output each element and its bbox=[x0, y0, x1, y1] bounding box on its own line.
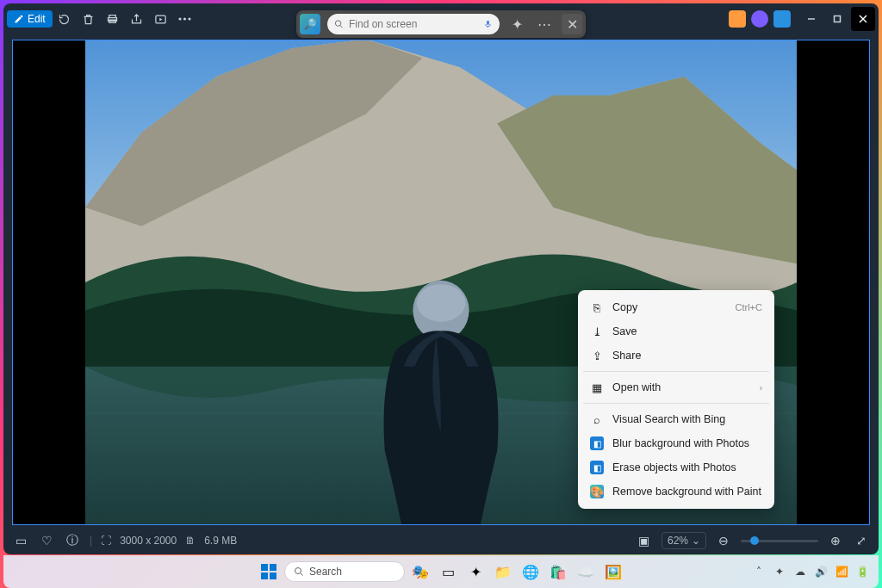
save-icon: ⤓ bbox=[590, 325, 604, 338]
taskbar-app-weather[interactable]: ☁️ bbox=[574, 560, 598, 584]
util-app-2[interactable] bbox=[751, 10, 768, 28]
tray-onedrive-icon[interactable]: ☁ bbox=[792, 564, 808, 579]
zoom-dropdown[interactable]: 62% ⌄ bbox=[662, 532, 706, 549]
ctx-copy[interactable]: ⎘ Copy Ctrl+C bbox=[583, 295, 769, 319]
favorite-button[interactable]: ♡ bbox=[38, 529, 55, 553]
ctx-share-label: Share bbox=[612, 350, 641, 362]
rotate-icon bbox=[58, 13, 71, 26]
close-icon bbox=[859, 15, 867, 23]
ctx-copy-label: Copy bbox=[612, 301, 637, 313]
ctx-separator bbox=[583, 403, 769, 404]
status-filesize: 6.9 MB bbox=[204, 535, 237, 547]
ctx-removebg-label: Remove background with Paint bbox=[612, 486, 761, 498]
tray-chevron[interactable]: ˄ bbox=[751, 564, 767, 579]
maximize-button[interactable] bbox=[825, 7, 849, 31]
svg-rect-17 bbox=[261, 573, 268, 579]
share-icon: ⇪ bbox=[590, 349, 604, 362]
taskbar-app-taskview[interactable]: ▭ bbox=[436, 560, 460, 584]
windows-taskbar: Search 🎭 ▭ ✦ 📁 🌐 🛍️ ☁️ 🖼️ ˄ ✦ ☁ 🔊 📶 🔋 bbox=[3, 555, 879, 588]
ctx-separator bbox=[583, 371, 769, 372]
search-more-icon[interactable]: ⋯ bbox=[534, 14, 555, 34]
search-close-button[interactable]: ✕ bbox=[562, 14, 582, 34]
tray-wifi-icon[interactable]: 📶 bbox=[834, 564, 849, 579]
ctx-visualsearch-label: Visual Search with Bing bbox=[612, 413, 725, 425]
svg-rect-18 bbox=[270, 573, 276, 579]
util-app-3[interactable] bbox=[773, 10, 791, 28]
zoom-slider[interactable] bbox=[741, 540, 818, 542]
slider-thumb[interactable] bbox=[750, 536, 759, 545]
share-icon bbox=[130, 13, 143, 26]
fit-button[interactable]: ▣ bbox=[636, 529, 653, 553]
print-button[interactable] bbox=[101, 7, 125, 31]
ctx-visual-search[interactable]: ⌕ Visual Search with Bing bbox=[583, 407, 769, 431]
search-app-icon: 🔎 bbox=[300, 14, 320, 34]
chevron-right-icon: › bbox=[760, 383, 762, 393]
zoom-value: 62% bbox=[668, 535, 688, 547]
ctx-save-label: Save bbox=[612, 325, 637, 337]
tray-battery-icon[interactable]: 🔋 bbox=[854, 564, 870, 579]
ctx-open-with[interactable]: ▦ Open with › bbox=[583, 375, 769, 399]
taskbar-search[interactable]: Search bbox=[284, 561, 405, 582]
ctx-erase[interactable]: ◧ Erase objects with Photos bbox=[583, 455, 769, 480]
delete-button[interactable] bbox=[77, 7, 101, 31]
svg-rect-15 bbox=[261, 564, 268, 571]
ctx-remove-bg[interactable]: 🎨 Remove background with Paint bbox=[583, 480, 769, 504]
slideshow-button[interactable] bbox=[149, 7, 173, 31]
resolution-icon: ⛶ bbox=[101, 535, 111, 547]
canvas-wrap: ⎘ Copy Ctrl+C ⤓ Save ⇪ Share ▦ Open with… bbox=[3, 34, 879, 527]
copy-icon: ⎘ bbox=[590, 300, 604, 314]
mic-icon[interactable] bbox=[483, 19, 493, 29]
windows-icon bbox=[261, 564, 276, 579]
taskbar-app-explorer[interactable]: 📁 bbox=[491, 560, 515, 584]
search-icon bbox=[294, 566, 304, 577]
status-bar: ▭ ♡ ⓘ | ⛶ 3000 x 2000 🗎 6.9 MB ▣ 62% ⌄ ⊖… bbox=[3, 527, 879, 554]
taskbar-app-store[interactable]: 🛍️ bbox=[546, 560, 570, 584]
image-canvas[interactable]: ⎘ Copy Ctrl+C ⤓ Save ⇪ Share ▦ Open with… bbox=[12, 40, 870, 525]
close-button[interactable] bbox=[851, 7, 875, 31]
ctx-share[interactable]: ⇪ Share bbox=[583, 344, 769, 368]
more-button[interactable] bbox=[173, 7, 197, 31]
window-controls bbox=[799, 7, 875, 31]
tray-volume-icon[interactable]: 🔊 bbox=[813, 564, 829, 579]
photos-icon: ◧ bbox=[590, 436, 604, 450]
svg-line-9 bbox=[340, 25, 343, 28]
print-icon bbox=[106, 13, 119, 26]
copilot-icon[interactable]: ✦ bbox=[506, 14, 527, 34]
taskbar-app-edge[interactable]: 🌐 bbox=[519, 560, 543, 584]
fullscreen-button[interactable]: ⤢ bbox=[853, 529, 870, 553]
zoom-out-button[interactable]: ⊖ bbox=[715, 529, 732, 553]
taskbar-search-label: Search bbox=[309, 566, 342, 578]
search-input-wrap[interactable] bbox=[327, 14, 500, 34]
ctx-save[interactable]: ⤓ Save bbox=[583, 319, 769, 344]
taskbar-app-copilot[interactable]: ✦ bbox=[463, 560, 488, 584]
openwith-icon: ▦ bbox=[590, 381, 604, 394]
taskbar-app-news[interactable]: 🎭 bbox=[408, 560, 432, 584]
paint-icon: 🎨 bbox=[590, 485, 604, 498]
edit-label: Edit bbox=[28, 13, 46, 25]
ctx-blur[interactable]: ◧ Blur background with Photos bbox=[583, 431, 769, 455]
filmstrip-button[interactable]: ▭ bbox=[12, 529, 29, 553]
taskbar-app-photos[interactable]: 🖼️ bbox=[601, 560, 625, 584]
util-app-1[interactable] bbox=[729, 10, 746, 28]
svg-point-8 bbox=[335, 21, 340, 26]
rotate-button[interactable] bbox=[53, 7, 77, 31]
minimize-button[interactable] bbox=[799, 7, 823, 31]
edit-button[interactable]: Edit bbox=[7, 10, 53, 28]
svg-point-1 bbox=[179, 17, 182, 20]
svg-rect-10 bbox=[487, 21, 489, 25]
zoom-in-button[interactable]: ⊕ bbox=[827, 529, 844, 553]
context-menu: ⎘ Copy Ctrl+C ⤓ Save ⇪ Share ▦ Open with… bbox=[578, 290, 774, 509]
info-button[interactable]: ⓘ bbox=[64, 529, 81, 553]
tray-icon-1[interactable]: ✦ bbox=[772, 564, 787, 579]
svg-point-19 bbox=[295, 568, 301, 574]
svg-rect-16 bbox=[270, 564, 276, 571]
search-icon bbox=[334, 19, 344, 29]
status-dimensions: 3000 x 2000 bbox=[120, 535, 177, 547]
edit-icon bbox=[14, 14, 24, 24]
share-button[interactable] bbox=[125, 7, 149, 31]
search-input[interactable] bbox=[349, 18, 478, 30]
slideshow-icon bbox=[154, 13, 167, 26]
maximize-icon bbox=[833, 15, 842, 23]
chevron-down-icon: ⌄ bbox=[692, 535, 700, 547]
start-button[interactable] bbox=[257, 560, 281, 584]
